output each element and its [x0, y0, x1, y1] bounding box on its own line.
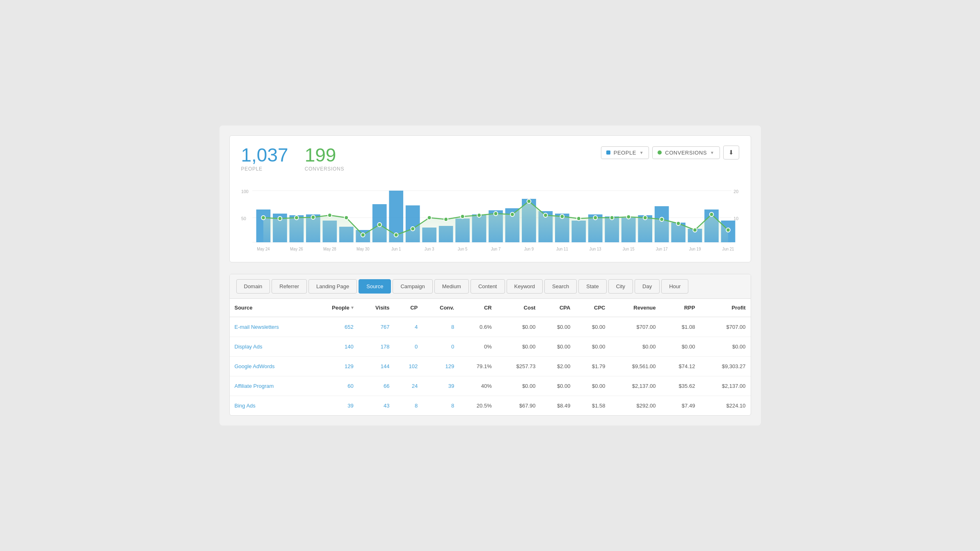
- cell-people: 129: [311, 357, 358, 376]
- svg-point-38: [278, 216, 282, 221]
- col-profit: Profit: [700, 299, 750, 317]
- col-visits: Visits: [359, 299, 395, 317]
- col-revenue: Revenue: [610, 299, 660, 317]
- cell-cp: 4: [395, 317, 423, 337]
- svg-text:May 28: May 28: [323, 247, 336, 251]
- tab-keyword[interactable]: Keyword: [507, 279, 543, 294]
- svg-point-49: [460, 214, 464, 219]
- col-cr: CR: [459, 299, 497, 317]
- cell-rpp: $0.00: [661, 337, 700, 357]
- col-cost: Cost: [497, 299, 541, 317]
- conversions-dropdown[interactable]: CONVERSIONS ▼: [652, 146, 720, 159]
- tab-day[interactable]: Day: [635, 279, 660, 294]
- col-rpp: RPP: [661, 299, 700, 317]
- cell-visits: 66: [359, 376, 395, 396]
- cell-profit: $707.00: [700, 317, 750, 337]
- svg-point-60: [643, 216, 647, 220]
- cell-visits: 767: [359, 317, 395, 337]
- svg-text:Jun 13: Jun 13: [589, 247, 601, 251]
- tab-search[interactable]: Search: [544, 279, 577, 294]
- tab-campaign[interactable]: Campaign: [393, 279, 432, 294]
- download-button[interactable]: ⬇: [723, 146, 739, 159]
- cell-rpp: $74.12: [661, 357, 700, 376]
- svg-text:100: 100: [241, 189, 249, 194]
- svg-point-51: [493, 212, 498, 216]
- cell-visits: 43: [359, 396, 395, 416]
- cell-cp: 0: [395, 337, 423, 357]
- table-row: Google AdWords 129 144 102 129 79.1% $25…: [230, 357, 751, 376]
- cell-conv: 0: [423, 337, 459, 357]
- chart-header: 1,037 PEOPLE 199 CONVERSIONS PEOPLE ▼ CO…: [241, 146, 739, 172]
- table-row: E-mail Newsletters 652 767 4 8 0.6% $0.0…: [230, 317, 751, 337]
- cell-people: 140: [311, 337, 358, 357]
- conversions-label: CONVERSIONS: [305, 166, 345, 172]
- table-header-row: Source People ▾ Visits CP Conv. CR Cost …: [230, 299, 751, 317]
- svg-text:Jun 5: Jun 5: [457, 247, 467, 251]
- chart-svg: 100 50 20 10: [241, 182, 739, 255]
- svg-text:50: 50: [241, 216, 246, 221]
- cell-revenue: $2,137.00: [610, 376, 660, 396]
- svg-text:10: 10: [733, 216, 738, 221]
- svg-text:Jun 21: Jun 21: [722, 247, 734, 251]
- cell-source[interactable]: E-mail Newsletters: [230, 317, 311, 337]
- cell-cp: 102: [395, 357, 423, 376]
- cell-revenue: $0.00: [610, 337, 660, 357]
- people-dropdown[interactable]: PEOPLE ▼: [601, 146, 649, 159]
- tab-medium[interactable]: Medium: [434, 279, 469, 294]
- tab-source[interactable]: Source: [359, 279, 391, 294]
- svg-text:Jun 15: Jun 15: [622, 247, 634, 251]
- svg-text:May 24: May 24: [257, 247, 270, 251]
- tab-hour[interactable]: Hour: [661, 279, 688, 294]
- svg-point-39: [295, 216, 299, 220]
- svg-point-64: [709, 212, 713, 216]
- svg-text:Jun 11: Jun 11: [556, 247, 568, 251]
- tab-landing-page[interactable]: Landing Page: [308, 279, 357, 294]
- svg-point-54: [544, 213, 548, 217]
- cell-cpc: $0.00: [575, 317, 610, 337]
- cell-profit: $0.00: [700, 337, 750, 357]
- cell-source[interactable]: Display Ads: [230, 337, 311, 357]
- conversions-btn-label: CONVERSIONS: [665, 150, 707, 156]
- table-card: Domain Referrer Landing Page Source Camp…: [229, 274, 751, 416]
- tabs-bar: Domain Referrer Landing Page Source Camp…: [230, 274, 751, 299]
- sort-icon: ▾: [351, 305, 354, 310]
- tab-city[interactable]: City: [608, 279, 633, 294]
- col-cpa: CPA: [540, 299, 575, 317]
- cell-source[interactable]: Bing Ads: [230, 396, 311, 416]
- svg-point-46: [411, 227, 415, 231]
- cell-cr: 79.1%: [459, 357, 497, 376]
- cell-rpp: $7.49: [661, 396, 700, 416]
- svg-point-59: [626, 215, 630, 219]
- svg-point-41: [328, 213, 332, 217]
- cell-cr: 40%: [459, 376, 497, 396]
- tabs-row: Domain Referrer Landing Page Source Camp…: [236, 279, 744, 294]
- svg-point-57: [593, 216, 597, 220]
- cell-people: 39: [311, 396, 358, 416]
- svg-text:May 30: May 30: [356, 247, 369, 251]
- conversions-dot-icon: [658, 150, 662, 155]
- cell-cpa: $2.00: [540, 357, 575, 376]
- tab-content[interactable]: Content: [471, 279, 505, 294]
- col-conv: Conv.: [423, 299, 459, 317]
- col-people[interactable]: People ▾: [311, 299, 358, 317]
- cell-cpa: $8.49: [540, 396, 575, 416]
- cell-cr: 0.6%: [459, 317, 497, 337]
- table-row: Bing Ads 39 43 8 8 20.5% $67.90 $8.49 $1…: [230, 396, 751, 416]
- cell-revenue: $292.00: [610, 396, 660, 416]
- svg-text:Jun 19: Jun 19: [689, 247, 701, 251]
- cell-source[interactable]: Google AdWords: [230, 357, 311, 376]
- tab-referrer[interactable]: Referrer: [272, 279, 307, 294]
- cell-cpc: $0.00: [575, 376, 610, 396]
- cell-cost: $0.00: [497, 337, 541, 357]
- tab-domain[interactable]: Domain: [236, 279, 270, 294]
- cell-cr: 0%: [459, 337, 497, 357]
- svg-text:Jun 17: Jun 17: [656, 247, 667, 251]
- tab-state[interactable]: State: [578, 279, 606, 294]
- cell-visits: 178: [359, 337, 395, 357]
- cell-revenue: $707.00: [610, 317, 660, 337]
- svg-point-45: [394, 233, 398, 237]
- cell-cost: $0.00: [497, 376, 541, 396]
- cell-cost: $67.90: [497, 396, 541, 416]
- cell-source[interactable]: Affiliate Program: [230, 376, 311, 396]
- svg-point-40: [311, 215, 315, 219]
